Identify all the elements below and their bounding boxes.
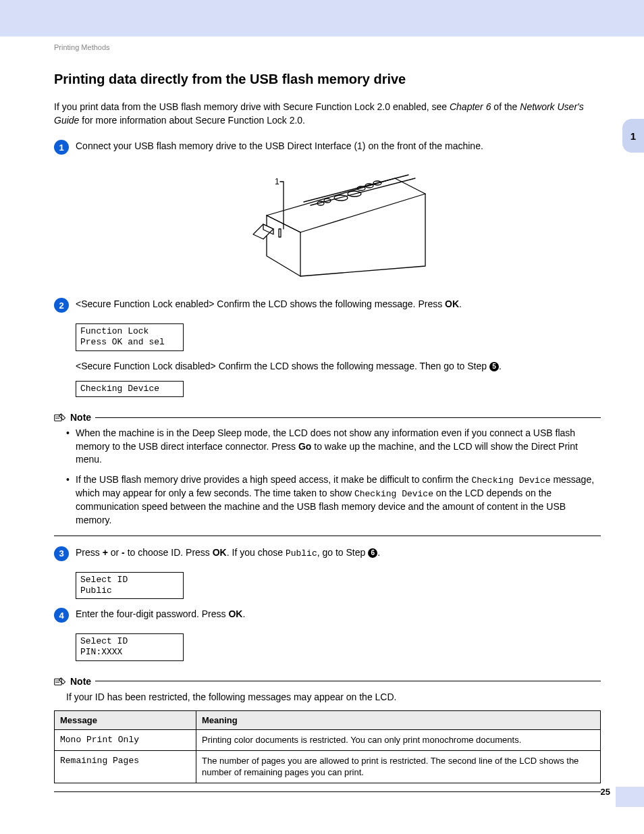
- table-header-meaning: Meaning: [196, 711, 601, 730]
- step-3-text: Press + or - to choose ID. Press OK. If …: [76, 546, 601, 561]
- intro-chapter-ref: Chapter 6: [450, 101, 491, 112]
- step-reference-icon: 6: [368, 548, 377, 558]
- breadcrumb: Printing Methods: [54, 43, 601, 51]
- note-divider: [54, 791, 601, 792]
- page-number: 25: [601, 787, 610, 797]
- note-divider: [54, 536, 601, 536]
- table-row: Remaining Pages The number of pages you …: [55, 750, 601, 783]
- step-reference-icon: 5: [489, 362, 499, 371]
- svg-rect-7: [279, 229, 281, 237]
- note-item: When the machine is in the Deep Sleep mo…: [66, 427, 601, 467]
- step-4-text: Enter the four-digit password. Press OK.: [76, 607, 601, 621]
- note-divider: [95, 417, 601, 418]
- lcd-line: Checking Device: [80, 384, 159, 394]
- step-text: .: [377, 547, 380, 558]
- key-label: OK: [213, 547, 227, 558]
- key-label: OK: [445, 298, 459, 309]
- usb-diagram: 1: [54, 161, 601, 285]
- svg-rect-8: [55, 415, 62, 421]
- lcd-message-inline: Public: [286, 548, 317, 558]
- lcd-display-box: Function Lock Press OK and sel: [76, 323, 184, 351]
- diagram-callout-label: 1: [275, 177, 279, 186]
- step-number-icon: 3: [54, 546, 69, 561]
- step-text: .: [459, 298, 462, 309]
- key-label: OK: [228, 608, 242, 619]
- note-block-1: Note When the machine is in the Deep Sle…: [54, 412, 601, 536]
- top-accent-bar: [0, 0, 644, 36]
- lcd-display-box: Select ID Public: [76, 572, 184, 600]
- step-1: 1 Connect your USB flash memory drive to…: [54, 139, 601, 155]
- table-cell-message: Mono Print Only: [55, 730, 196, 751]
- step-2-disabled-text: <Secure Function Lock disabled> Confirm …: [76, 359, 601, 373]
- step-text: Press: [76, 547, 103, 558]
- chapter-side-tab: 1: [622, 119, 644, 153]
- lcd-display-box: Select ID PIN:XXXX: [76, 633, 184, 661]
- page-title: Printing data directly from the USB flas…: [54, 72, 601, 87]
- note-text: If the USB flash memory drive provides a…: [76, 474, 471, 485]
- note-title: Note: [70, 676, 91, 687]
- step-3: 3 Press + or - to choose ID. Press OK. I…: [54, 546, 601, 561]
- note-item: If the USB flash memory drive provides a…: [66, 473, 601, 527]
- step-text: <Secure Function Lock enabled> Confirm t…: [76, 298, 445, 309]
- step-text: . If you chose: [227, 547, 286, 558]
- note-2-text: If your ID has been restricted, the foll…: [66, 691, 601, 704]
- intro-paragraph: If you print data from the USB flash mem…: [54, 101, 601, 127]
- note-title: Note: [70, 412, 91, 423]
- bottom-accent: [616, 787, 644, 807]
- note-pencil-icon: [54, 413, 66, 422]
- step-4: 4 Enter the four-digit password. Press O…: [54, 607, 601, 623]
- message-table: Message Meaning Mono Print Only Printing…: [54, 710, 601, 783]
- key-label: +: [103, 547, 108, 558]
- lcd-line: Press OK and sel: [80, 337, 165, 347]
- key-label: Go: [298, 441, 311, 452]
- page-main: Printing Methods Printing data directly …: [54, 43, 601, 802]
- step-number-icon: 1: [54, 140, 69, 155]
- step-2-text: <Secure Function Lock enabled> Confirm t…: [76, 297, 601, 311]
- table-cell-meaning: Printing color documents is restricted. …: [196, 730, 601, 751]
- step-text: .: [499, 361, 502, 371]
- lcd-line: Select ID: [80, 636, 128, 646]
- svg-rect-11: [55, 679, 62, 685]
- note-block-2: Note If your ID has been restricted, the…: [54, 676, 601, 792]
- intro-text: for more information about Secure Functi…: [79, 115, 305, 126]
- lcd-message-inline: Checking Device: [471, 475, 550, 486]
- step-2: 2 <Secure Function Lock enabled> Confirm…: [54, 297, 601, 313]
- printer-illustration-icon: 1: [226, 161, 429, 283]
- step-text: Enter the four-digit password. Press: [76, 608, 228, 619]
- lcd-line: PIN:XXXX: [80, 647, 122, 657]
- lcd-line: Select ID: [80, 575, 128, 585]
- intro-text: If you print data from the USB flash mem…: [54, 101, 450, 112]
- step-1-text: Connect your USB flash memory drive to t…: [76, 139, 601, 153]
- lcd-display-box: Checking Device: [76, 381, 184, 397]
- lcd-line: Function Lock: [80, 326, 149, 336]
- note-divider: [95, 681, 601, 681]
- step-number-icon: 2: [54, 298, 69, 313]
- step-number-icon: 4: [54, 608, 69, 623]
- intro-text: of the: [491, 101, 520, 112]
- table-row: Mono Print Only Printing color documents…: [55, 730, 601, 751]
- step-text: .: [242, 608, 245, 619]
- step-text: <Secure Function Lock disabled> Confirm …: [76, 361, 489, 371]
- table-cell-message: Remaining Pages: [55, 750, 196, 783]
- step-text: to choose ID. Press: [125, 547, 213, 558]
- step-text: , go to Step: [317, 547, 369, 558]
- lcd-message-inline: Checking Device: [354, 489, 433, 499]
- table-cell-meaning: The number of pages you are allowed to p…: [196, 750, 601, 783]
- note-pencil-icon: [54, 677, 66, 686]
- step-text: or: [108, 547, 122, 558]
- table-header-message: Message: [55, 711, 196, 730]
- lcd-line: Public: [80, 585, 112, 596]
